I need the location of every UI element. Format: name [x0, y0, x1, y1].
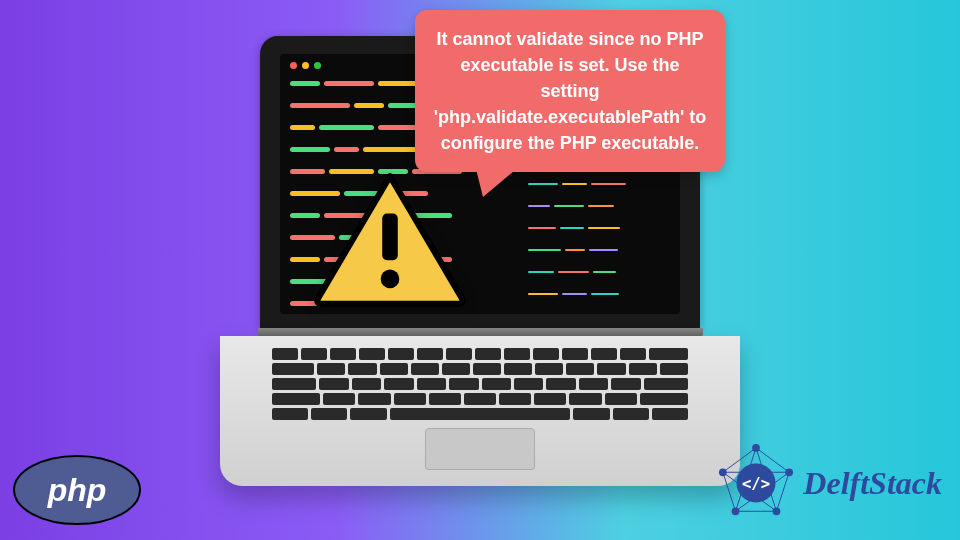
delftstack-badge-icon: </>: [717, 444, 795, 522]
svg-point-5: [752, 444, 760, 452]
svg-point-7: [773, 507, 781, 515]
delftstack-text: DelftStack: [803, 465, 942, 502]
minimize-dot: [302, 62, 309, 69]
svg-point-8: [732, 507, 740, 515]
php-logo: php: [12, 454, 142, 526]
error-text: It cannot validate since no PHP executab…: [434, 29, 707, 153]
close-dot: [290, 62, 297, 69]
svg-rect-0: [382, 214, 398, 261]
trackpad: [425, 428, 535, 470]
svg-point-1: [381, 270, 400, 289]
laptop-hinge: [258, 328, 703, 336]
php-text: php: [47, 472, 107, 508]
maximize-dot: [314, 62, 321, 69]
warning-icon: [310, 170, 470, 310]
svg-point-9: [719, 468, 727, 476]
keyboard: [272, 348, 688, 420]
code-symbol: </>: [742, 475, 770, 493]
laptop-deck: [220, 336, 740, 486]
delftstack-brand: </> DelftStack: [717, 444, 942, 522]
error-bubble: It cannot validate since no PHP executab…: [415, 10, 725, 172]
svg-point-6: [786, 468, 794, 476]
